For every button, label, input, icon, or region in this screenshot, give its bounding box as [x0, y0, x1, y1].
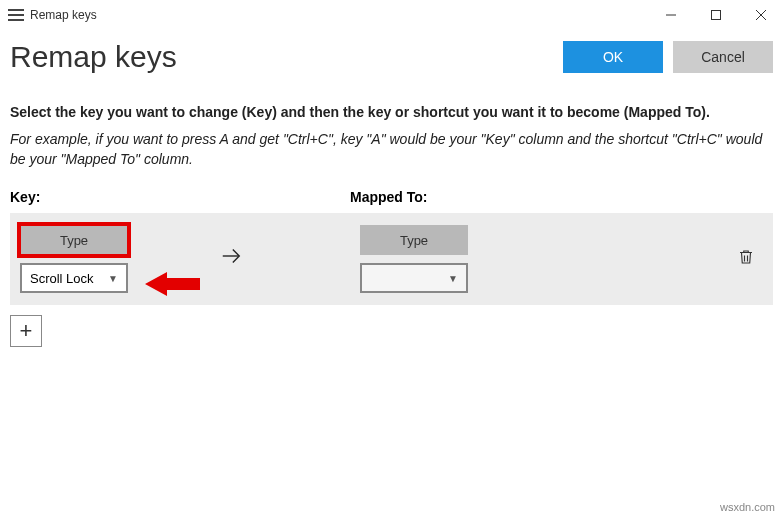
svg-marker-5	[145, 272, 200, 296]
close-button[interactable]	[738, 0, 783, 30]
add-row-button[interactable]: +	[10, 315, 42, 347]
svg-rect-1	[711, 11, 720, 20]
titlebar: Remap keys	[0, 0, 783, 30]
delete-row-button[interactable]	[737, 247, 755, 271]
mapped-select[interactable]: ▼	[360, 263, 468, 293]
minimize-button[interactable]	[648, 0, 693, 30]
annotation-arrow-icon	[145, 270, 200, 298]
key-column-header: Key:	[10, 189, 350, 205]
maximize-button[interactable]	[693, 0, 738, 30]
cancel-button[interactable]: Cancel	[673, 41, 773, 73]
mapped-column-header: Mapped To:	[350, 189, 428, 205]
mapped-type-button[interactable]: Type	[360, 225, 468, 255]
ok-button[interactable]: OK	[563, 41, 663, 73]
key-select-value: Scroll Lock	[30, 271, 94, 286]
page-title: Remap keys	[10, 40, 177, 74]
chevron-down-icon: ▼	[448, 273, 458, 284]
remap-row: Type Scroll Lock ▼ Type ▼	[10, 213, 773, 305]
chevron-down-icon: ▼	[108, 273, 118, 284]
app-icon	[8, 9, 24, 21]
watermark: wsxdn.com	[720, 501, 775, 513]
key-select[interactable]: Scroll Lock ▼	[20, 263, 128, 293]
plus-icon: +	[20, 318, 33, 344]
window-controls	[648, 0, 783, 30]
arrow-right-icon	[220, 245, 242, 273]
titlebar-title: Remap keys	[30, 8, 97, 22]
key-type-button[interactable]: Type	[20, 225, 128, 255]
instruction-text: Select the key you want to change (Key) …	[10, 104, 773, 120]
example-text: For example, if you want to press A and …	[10, 130, 773, 169]
trash-icon	[737, 247, 755, 267]
